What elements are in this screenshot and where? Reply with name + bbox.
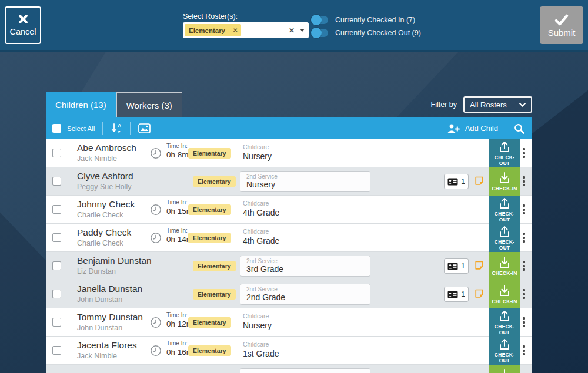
service-select[interactable]: 2nd Service Nursery xyxy=(240,171,370,192)
check-out-button[interactable]: CHECK-OUT xyxy=(489,139,520,167)
roster-tag: Elementary xyxy=(188,345,231,356)
name-block: Johnny Check Charlie Check xyxy=(77,199,135,219)
kebab-menu[interactable] xyxy=(523,317,525,327)
name-block: Clyve Ashford Peggy Sue Holly xyxy=(77,171,133,191)
kebab-menu[interactable] xyxy=(523,204,525,214)
service-value: 4th Grade xyxy=(243,208,279,217)
service-value: Nursery xyxy=(243,321,272,330)
select-all-checkbox[interactable] xyxy=(52,124,61,133)
service-label: Childcare xyxy=(243,143,272,150)
guardian-name: Jack Nimble xyxy=(77,154,136,163)
service-select[interactable] xyxy=(240,368,370,373)
clock-icon xyxy=(150,204,162,216)
table-row: Paddy Check Charlie Check Time In: 0h 14… xyxy=(46,224,532,252)
guardian-name: Charlie Check xyxy=(77,211,135,219)
table-row: Johnny Check Charlie Check Time In: 0h 1… xyxy=(46,196,532,224)
close-icon xyxy=(18,14,28,24)
checked-out-toggle[interactable] xyxy=(312,29,328,37)
id-card-icon xyxy=(447,178,458,186)
toolbar-divider xyxy=(506,122,506,135)
check-out-icon xyxy=(497,140,512,153)
roster-panel: Children (13) Workers (3) Filter by All … xyxy=(46,92,532,373)
roster-tag: Elementary xyxy=(193,289,236,300)
chevron-down-icon[interactable] xyxy=(300,29,305,32)
check-in-button[interactable]: CHECK-IN xyxy=(489,252,520,280)
clock-icon xyxy=(150,232,162,244)
roster-tag-chip: Elementary ✕ xyxy=(185,24,241,36)
name-block: Tommy Dunstan John Dunstan xyxy=(77,312,143,332)
roster-multiselect[interactable]: Elementary ✕ ✕ xyxy=(183,22,309,38)
toggle-knob xyxy=(311,15,322,25)
search-icon[interactable] xyxy=(514,123,524,134)
kebab-menu[interactable] xyxy=(523,261,525,271)
checked-out-toggle-row: Currently Checked Out (9) xyxy=(312,29,421,37)
check-out-button[interactable]: CHECK-OUT xyxy=(489,308,520,337)
sort-az-icon[interactable]: A z xyxy=(111,123,122,134)
roster-tag-label: Elementary xyxy=(189,27,225,34)
row-checkbox[interactable] xyxy=(52,177,61,186)
service-label: Childcare xyxy=(243,341,279,348)
check-in-button[interactable]: CHECK-IN xyxy=(489,280,520,308)
kebab-menu[interactable] xyxy=(523,233,525,243)
service-block: Childcare Nursery xyxy=(243,143,272,161)
label-count: 1 xyxy=(461,290,465,298)
children-list: Abe Ambrosch Jack Nimble Time In: 0h 8m … xyxy=(46,139,532,373)
checked-in-toggle-label: Currently Checked In (7) xyxy=(335,16,415,24)
note-icon[interactable] xyxy=(475,289,484,301)
service-block: Childcare 4th Grade xyxy=(243,228,279,246)
row-checkbox[interactable] xyxy=(52,261,61,270)
child-name: Johnny Check xyxy=(77,199,135,210)
clock-icon xyxy=(150,317,162,328)
check-in-label: CHECK-IN xyxy=(492,298,517,304)
cancel-button[interactable]: Cancel xyxy=(5,6,41,44)
row-checkbox[interactable] xyxy=(52,346,61,355)
tab-children[interactable]: Children (13) xyxy=(46,92,116,117)
note-icon[interactable] xyxy=(475,176,484,188)
add-child-label[interactable]: Add Child xyxy=(465,124,498,133)
kebab-menu[interactable] xyxy=(523,148,525,158)
clear-select-icon[interactable]: ✕ xyxy=(289,26,295,35)
check-out-button[interactable]: CHECK-OUT xyxy=(489,196,520,224)
check-in-label: CHECK-IN xyxy=(492,270,517,276)
remove-tag-icon[interactable]: ✕ xyxy=(229,27,241,33)
check-in-icon xyxy=(497,284,512,297)
check-out-button[interactable]: CHECK-OUT xyxy=(489,224,520,252)
service-label: 2nd Service xyxy=(246,286,364,293)
kebab-menu[interactable] xyxy=(523,176,525,186)
svg-text:z: z xyxy=(118,129,121,135)
add-person-icon[interactable] xyxy=(447,123,460,133)
tabs-row: Children (13) Workers (3) Filter by All … xyxy=(46,92,532,117)
check-in-button[interactable]: CHECK-IN xyxy=(489,365,520,373)
service-label: Childcare xyxy=(243,312,272,320)
kebab-menu[interactable] xyxy=(523,289,525,299)
service-select[interactable]: 2nd Service 3rd Grade xyxy=(240,256,370,277)
row-checkbox[interactable] xyxy=(52,290,61,298)
security-label-button[interactable]: 1 xyxy=(444,258,469,274)
photo-icon[interactable] xyxy=(138,123,151,133)
filter-roster-select[interactable]: All Rosters xyxy=(463,96,532,113)
row-checkbox[interactable] xyxy=(52,318,61,327)
checked-in-toggle[interactable] xyxy=(312,16,328,24)
check-out-label: CHECK-OUT xyxy=(489,211,520,223)
security-label-button[interactable]: 1 xyxy=(444,174,469,189)
note-icon[interactable] xyxy=(475,261,484,273)
tab-workers[interactable]: Workers (3) xyxy=(116,92,182,117)
service-value: Nursery xyxy=(246,180,364,189)
child-name: Clyve Ashford xyxy=(77,171,133,182)
kebab-menu[interactable] xyxy=(523,345,525,355)
child-name: Benjamin Dunstan xyxy=(77,256,152,266)
app-window: Cancel Select Roster(s): Elementary ✕ ✕ … xyxy=(0,0,588,373)
row-checkbox[interactable] xyxy=(52,205,61,214)
service-select[interactable]: 2nd Service 2nd Grade xyxy=(240,284,370,305)
name-block: Jacenta Flores Jack Nimble xyxy=(77,340,137,360)
security-label-button[interactable]: 1 xyxy=(444,287,469,302)
row-checkbox[interactable] xyxy=(52,233,61,242)
check-out-label: CHECK-OUT xyxy=(489,324,520,335)
check-out-button[interactable]: CHECK-OUT xyxy=(489,337,520,365)
check-in-button[interactable]: CHECK-IN xyxy=(489,167,520,196)
row-checkbox[interactable] xyxy=(52,149,61,157)
service-block: Childcare Nursery xyxy=(243,312,272,330)
service-block: Childcare 4th Grade xyxy=(243,200,279,217)
svg-text:A: A xyxy=(118,123,121,129)
submit-button[interactable]: Submit xyxy=(540,6,583,44)
